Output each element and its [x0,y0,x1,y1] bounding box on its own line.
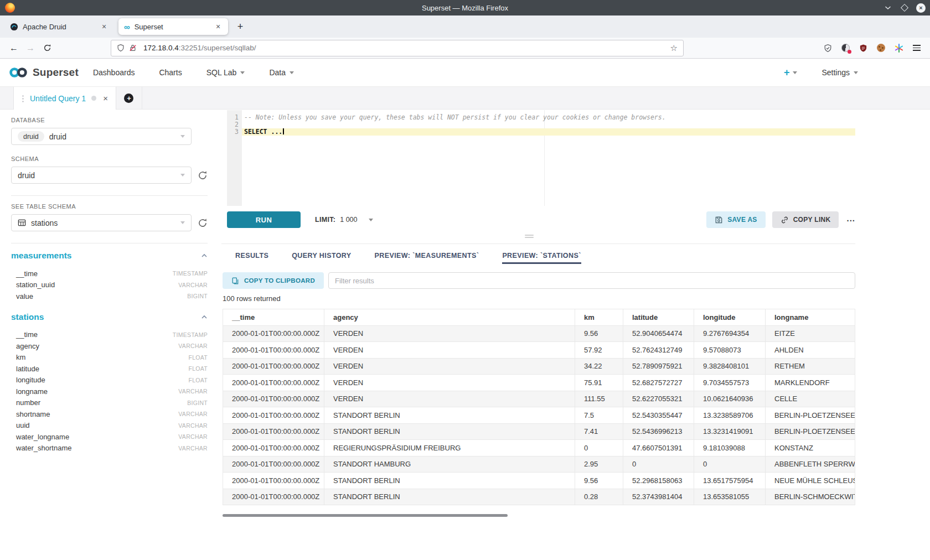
forward-button[interactable]: → [22,40,39,56]
back-button[interactable]: ← [6,40,22,56]
table-row: 2000-01-01T00:00:00.000ZSTANDORT BERLIN9… [223,473,855,489]
table-cell: 7.5 [575,407,623,424]
copy-link-button[interactable]: COPY LINK [772,211,839,228]
table-select[interactable]: stations [11,214,192,231]
url-bar[interactable]: 172.18.0.4:32251/superset/sqllab/ ☆ [111,40,684,56]
shield-extension-icon[interactable] [823,43,833,53]
schema-column-row: __timeTIMESTAMP [11,329,208,341]
table-cell: 52.7624312749 [623,342,694,359]
column-header[interactable]: __time [223,309,324,326]
table-cell: STANDORT BERLIN [324,489,575,505]
database-select[interactable]: druid druid [11,128,192,145]
navbar-menu: Dashboards Charts SQL Lab Data [93,68,294,77]
column-name: uuid [16,421,30,429]
tab-query-history[interactable]: QUERY HISTORY [292,247,351,264]
schema-column-row: longnameVARCHAR [11,386,208,397]
table-cell: 9.3828408101 [694,358,766,375]
chevron-down-icon [369,219,373,221]
schema-column-row: water_shortnameVARCHAR [11,443,208,454]
tab-preview-measurements[interactable]: PREVIEW: `MEASUREMENTS` [375,247,479,264]
schema-select[interactable]: druid [11,167,192,184]
chevron-down-icon [793,71,797,74]
window-close-icon[interactable]: × [916,3,926,13]
column-header[interactable]: longname [766,309,855,326]
menu-icon[interactable] [912,43,921,53]
query-tab-label: Untitled Query 1 [30,94,86,103]
table-cell: 7.41 [575,423,623,440]
cookie-extension-icon[interactable] [876,43,886,53]
schema-column-row: shortnameVARCHAR [11,408,208,420]
window-maximize-icon[interactable] [900,3,910,13]
query-tab-close-icon[interactable]: × [103,94,108,103]
table-section-stations[interactable]: stations [11,312,208,322]
table-refresh-button[interactable] [198,218,208,228]
asterisk-extension-icon[interactable] [894,43,903,53]
column-type: FLOAT [188,365,208,372]
column-header[interactable]: latitude [623,309,694,326]
table-cell: 9.56 [575,473,623,489]
add-new-button[interactable]: + [784,67,798,79]
column-name: shortname [16,410,50,418]
url-text[interactable]: 172.18.0.4:32251/superset/sqllab/ [143,44,256,52]
column-type: FLOAT [188,377,208,383]
nav-item-sql-lab[interactable]: SQL Lab [206,68,245,77]
browser-toolbar: ← → 172.18.0.4:32251/superset/sqllab/ ☆ [0,38,930,59]
table-body: 2000-01-01T00:00:00.000ZVERDEN9.5652.904… [223,325,855,505]
schema-column-row: __timeTIMESTAMP [11,268,208,279]
insecure-lock-icon[interactable] [129,44,137,52]
nav-item-dashboards[interactable]: Dashboards [93,68,135,77]
reload-button[interactable] [39,40,55,56]
results-tabbar: RESULTS QUERY HISTORY PREVIEW: `MEASUREM… [235,247,581,264]
more-menu-button[interactable]: ... [846,214,855,223]
column-type: VARCHAR [178,445,208,452]
column-header[interactable]: longitude [694,309,766,326]
line-number: 3 [227,128,242,136]
add-query-tab-button[interactable]: + [116,87,142,109]
table-cell: 9.7034557573 [694,375,766,391]
query-tab-untitled-query-1[interactable]: Untitled Query 1 × [13,87,116,110]
new-tab-button[interactable]: + [232,19,248,34]
sql-editor[interactable]: 1 2 3 -- Note: Unless you save your quer… [227,110,855,206]
column-name: km [16,353,25,361]
run-button[interactable]: RUN [227,211,301,228]
chevron-down-icon [180,221,185,224]
column-header[interactable]: km [575,309,623,326]
limit-dropdown[interactable]: LIMIT: 1 000 [315,216,373,224]
filter-results-input[interactable] [328,272,855,289]
tab-close-icon[interactable]: × [100,22,108,31]
tab-preview-stations[interactable]: PREVIEW: `STATIONS` [502,247,581,264]
ublock-origin-icon[interactable] [859,43,868,53]
link-icon [781,216,789,224]
divider [221,243,855,244]
unsaved-indicator [91,96,96,101]
superset-logo[interactable]: Superset [8,66,79,79]
schema-refresh-button[interactable] [198,170,208,180]
nav-item-data[interactable]: Data [269,68,294,77]
browser-tab-apache-druid[interactable]: Apache Druid × [4,18,114,35]
table-section-measurements[interactable]: measurements [11,251,208,261]
nav-item-charts[interactable]: Charts [159,68,182,77]
browser-tab-label: Superset [135,23,209,31]
window-controls: × [883,0,926,15]
sqllab-sidebar: DATABASE druid druid SCHEMA druid SEE TA… [0,110,221,560]
window-minimize-icon[interactable] [883,3,893,13]
drag-handle-icon[interactable] [22,95,24,102]
mask-extension-icon[interactable] [841,43,850,53]
tab-results[interactable]: RESULTS [235,247,268,264]
save-as-button[interactable]: SAVE AS [706,211,765,228]
navbar-right: + Settings [784,67,858,79]
tab-close-icon[interactable]: × [214,22,223,31]
table-cell: 75.91 [575,375,623,391]
browser-tab-superset[interactable]: ∞ Superset × [118,18,228,35]
table-row: 2000-01-01T00:00:00.000ZVERDEN57.9252.76… [223,342,855,359]
pane-splitter-handle[interactable] [525,235,534,238]
bookmark-star-icon[interactable]: ☆ [670,43,678,53]
column-name: water_shortname [16,444,71,452]
copy-to-clipboard-button[interactable]: COPY TO CLIPBOARD [223,272,324,289]
horizontal-scrollbar[interactable] [223,514,508,517]
shield-icon[interactable] [117,44,125,52]
table-cell: STANDORT BERLIN [324,407,575,424]
table-cell: 52.6227055321 [623,391,694,407]
column-header[interactable]: agency [324,309,575,326]
settings-menu[interactable]: Settings [822,68,858,77]
